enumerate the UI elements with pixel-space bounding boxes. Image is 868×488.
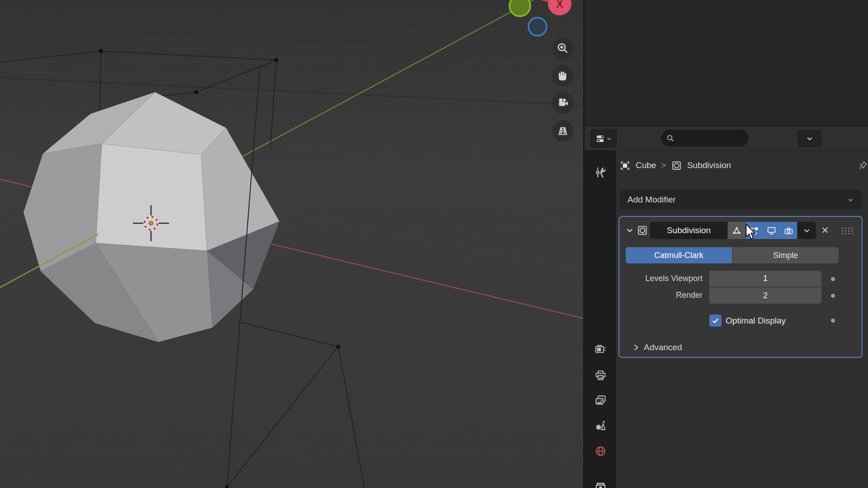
breadcrumb-separator: > [661,161,666,170]
camera-view-button[interactable] [552,92,574,114]
modifier-drag-grip[interactable] [840,223,856,238]
chevron-down-icon [803,227,810,234]
modifier-name: Subdivision [667,225,711,235]
breadcrumb: Cube > Subdivision [616,156,868,175]
check-icon [712,317,719,324]
decorator-dot-viewport[interactable] [831,277,835,281]
breadcrumb-modifier[interactable]: Subdivision [687,160,731,170]
chevron-down-icon [848,197,854,203]
decorator-dot-render[interactable] [831,294,835,298]
modifier-close-button[interactable]: ✕ [817,222,833,239]
world-globe-icon [594,445,607,457]
object-data-icon [619,160,631,171]
render-camera-icon [594,343,607,356]
monitor-icon [767,226,776,235]
printer-icon [594,369,607,381]
optimal-display-checkbox[interactable] [709,314,722,327]
optimal-display-label[interactable]: Optimal Display [726,314,786,327]
tab-scene[interactable] [585,415,616,435]
tool-icon [594,166,607,178]
editor-type-button[interactable] [590,129,617,148]
levels-viewport-label: Levels Viewport [619,274,703,283]
cage-vertices-icon [750,226,759,235]
chevron-down-icon [607,136,611,141]
pin-icon[interactable] [858,160,868,170]
pan-button[interactable] [552,65,574,87]
subsurf-modifier-icon [637,225,648,236]
tab-view-layer[interactable] [585,390,616,410]
x-ball-label: X [556,0,563,10]
search-field[interactable] [661,130,748,146]
advanced-subpanel-row[interactable]: Advanced [633,341,682,354]
chevron-right-icon [633,344,639,351]
toggle-display-in-viewport[interactable] [763,222,780,239]
gizmo-z-neg-ball[interactable] [528,18,547,36]
subsurf-modifier-icon [671,160,682,171]
breadcrumb-object[interactable]: Cube [636,160,656,170]
tab-collection[interactable] [585,477,616,488]
properties-icon [596,134,606,144]
collapse-chevron-icon[interactable] [626,227,634,234]
tab-render[interactable] [585,339,616,359]
add-modifier-button[interactable]: Add Modifier [620,190,861,209]
advanced-label: Advanced [644,343,682,352]
algorithm-catmull-clark[interactable]: Catmull-Clark [626,247,732,263]
subdivision-algorithm-segment: Catmull-Clark Simple [626,247,839,263]
decorator-dot-optimal[interactable] [831,319,835,323]
gizmo-y-ball[interactable] [509,0,530,16]
tab-output[interactable] [585,365,616,385]
blender-window: X [0,0,868,488]
viewport-3d[interactable]: X [0,0,585,488]
grip-dots-icon [840,225,855,235]
toggle-display-in-render[interactable] [780,222,797,239]
properties-tab-column [585,150,616,488]
render-label: Render [619,291,703,300]
toggle-display-in-edit-mode[interactable] [745,222,763,239]
outliner-empty-region[interactable] [585,0,868,126]
edit-mode-vertices-icon [732,226,741,235]
tab-world[interactable] [585,441,616,461]
zoom-button[interactable] [552,38,574,59]
projection-toggle-button[interactable] [552,120,574,142]
search-icon [666,134,675,142]
properties-content: Cube > Subdivision Add Modifier [616,150,868,488]
scene-icon [594,419,607,432]
algorithm-simple[interactable]: Simple [732,247,839,263]
properties-header [585,126,868,150]
collection-box-icon [594,481,607,488]
chevron-down-icon [807,136,813,142]
images-stack-icon [594,394,607,407]
levels-viewport-field[interactable]: 1 [709,271,821,287]
photo-camera-icon [784,226,793,235]
toggle-display-on-cage[interactable] [728,222,745,239]
render-field[interactable]: 2 [709,287,821,304]
modifier-name-field[interactable]: Subdivision [650,222,727,239]
tab-tool[interactable] [585,162,616,182]
properties-editor: Cube > Subdivision Add Modifier [585,0,868,488]
header-options-button[interactable] [798,130,821,147]
search-input[interactable] [675,134,735,143]
modifier-extras-dropdown[interactable] [797,222,816,239]
subdivision-modifier-panel: Subdivision [618,216,863,358]
add-modifier-label: Add Modifier [627,195,676,205]
